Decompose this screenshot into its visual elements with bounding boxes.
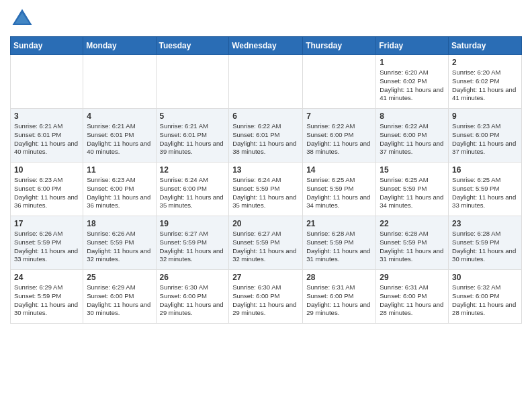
day-number: 14 — [306, 165, 372, 175]
day-info: Sunrise: 6:21 AM Sunset: 6:01 PM Dayligh… — [87, 122, 152, 156]
day-number: 10 — [14, 165, 79, 175]
day-number: 27 — [232, 273, 299, 282]
calendar-cell: 30Sunrise: 6:32 AM Sunset: 6:00 PM Dayli… — [449, 270, 522, 324]
day-info: Sunrise: 6:29 AM Sunset: 5:59 PM Dayligh… — [14, 283, 79, 318]
day-number: 20 — [232, 219, 299, 228]
calendar-cell: 9Sunrise: 6:23 AM Sunset: 6:00 PM Daylig… — [449, 109, 522, 163]
day-info: Sunrise: 6:27 AM Sunset: 5:59 PM Dayligh… — [232, 230, 299, 264]
weekday-header: Thursday — [303, 37, 376, 55]
calendar-week-row: 3Sunrise: 6:21 AM Sunset: 6:01 PM Daylig… — [11, 109, 522, 163]
day-info: Sunrise: 6:23 AM Sunset: 6:00 PM Dayligh… — [14, 176, 79, 210]
header — [10, 7, 522, 31]
weekday-header: Wednesday — [229, 37, 303, 55]
day-info: Sunrise: 6:27 AM Sunset: 5:59 PM Dayligh… — [160, 230, 226, 264]
day-info: Sunrise: 6:20 AM Sunset: 6:02 PM Dayligh… — [380, 68, 445, 103]
day-number: 6 — [232, 111, 299, 121]
day-number: 1 — [380, 58, 445, 67]
calendar-week-row: 17Sunrise: 6:26 AM Sunset: 5:59 PM Dayli… — [11, 216, 522, 270]
day-info: Sunrise: 6:22 AM Sunset: 6:00 PM Dayligh… — [380, 122, 445, 156]
calendar-cell: 3Sunrise: 6:21 AM Sunset: 6:01 PM Daylig… — [11, 109, 83, 163]
day-info: Sunrise: 6:23 AM Sunset: 6:00 PM Dayligh… — [87, 176, 152, 210]
day-info: Sunrise: 6:26 AM Sunset: 5:59 PM Dayligh… — [14, 230, 79, 264]
calendar-cell: 6Sunrise: 6:22 AM Sunset: 6:01 PM Daylig… — [229, 109, 303, 163]
calendar-cell: 17Sunrise: 6:26 AM Sunset: 5:59 PM Dayli… — [11, 216, 83, 270]
day-number: 2 — [452, 58, 518, 67]
logo-icon — [10, 7, 34, 31]
calendar-cell: 13Sunrise: 6:24 AM Sunset: 5:59 PM Dayli… — [229, 163, 303, 216]
calendar-cell: 26Sunrise: 6:30 AM Sunset: 6:00 PM Dayli… — [156, 270, 229, 324]
day-number: 7 — [306, 111, 372, 121]
day-number: 3 — [14, 111, 79, 121]
day-info: Sunrise: 6:28 AM Sunset: 5:59 PM Dayligh… — [306, 230, 372, 264]
day-number: 17 — [14, 219, 79, 228]
day-number: 23 — [452, 219, 518, 228]
calendar-cell: 19Sunrise: 6:27 AM Sunset: 5:59 PM Dayli… — [156, 216, 229, 270]
day-info: Sunrise: 6:25 AM Sunset: 5:59 PM Dayligh… — [452, 176, 518, 210]
calendar-cell: 27Sunrise: 6:30 AM Sunset: 6:00 PM Dayli… — [229, 270, 303, 324]
calendar-cell: 1Sunrise: 6:20 AM Sunset: 6:02 PM Daylig… — [376, 55, 449, 109]
calendar-cell: 23Sunrise: 6:28 AM Sunset: 5:59 PM Dayli… — [449, 216, 522, 270]
weekday-header: Friday — [376, 37, 449, 55]
calendar-cell: 25Sunrise: 6:29 AM Sunset: 6:00 PM Dayli… — [83, 270, 156, 324]
logo — [10, 7, 37, 31]
weekday-header: Saturday — [449, 37, 522, 55]
calendar-cell — [229, 55, 303, 109]
calendar-cell: 10Sunrise: 6:23 AM Sunset: 6:00 PM Dayli… — [11, 163, 83, 216]
calendar-cell: 2Sunrise: 6:20 AM Sunset: 6:02 PM Daylig… — [449, 55, 522, 109]
day-info: Sunrise: 6:21 AM Sunset: 6:01 PM Dayligh… — [160, 122, 226, 156]
day-info: Sunrise: 6:31 AM Sunset: 6:00 PM Dayligh… — [380, 283, 445, 318]
weekday-header: Sunday — [11, 37, 83, 55]
page: SundayMondayTuesdayWednesdayThursdayFrid… — [0, 0, 532, 330]
day-info: Sunrise: 6:24 AM Sunset: 6:00 PM Dayligh… — [160, 176, 226, 210]
calendar-cell: 4Sunrise: 6:21 AM Sunset: 6:01 PM Daylig… — [83, 109, 156, 163]
day-number: 12 — [160, 165, 226, 175]
day-number: 15 — [380, 165, 445, 175]
calendar-cell: 20Sunrise: 6:27 AM Sunset: 5:59 PM Dayli… — [229, 216, 303, 270]
calendar-cell — [11, 55, 83, 109]
day-info: Sunrise: 6:29 AM Sunset: 6:00 PM Dayligh… — [87, 283, 152, 318]
day-info: Sunrise: 6:32 AM Sunset: 6:00 PM Dayligh… — [452, 283, 518, 318]
day-info: Sunrise: 6:28 AM Sunset: 5:59 PM Dayligh… — [452, 230, 518, 264]
day-info: Sunrise: 6:23 AM Sunset: 6:00 PM Dayligh… — [452, 122, 518, 156]
day-number: 21 — [306, 219, 372, 228]
day-number: 13 — [232, 165, 299, 175]
calendar-cell: 28Sunrise: 6:31 AM Sunset: 6:00 PM Dayli… — [303, 270, 376, 324]
day-number: 18 — [87, 219, 152, 228]
calendar-week-row: 10Sunrise: 6:23 AM Sunset: 6:00 PM Dayli… — [11, 163, 522, 216]
calendar-cell: 16Sunrise: 6:25 AM Sunset: 5:59 PM Dayli… — [449, 163, 522, 216]
weekday-header: Monday — [83, 37, 156, 55]
calendar-cell: 11Sunrise: 6:23 AM Sunset: 6:00 PM Dayli… — [83, 163, 156, 216]
calendar-cell: 14Sunrise: 6:25 AM Sunset: 5:59 PM Dayli… — [303, 163, 376, 216]
calendar-cell: 7Sunrise: 6:22 AM Sunset: 6:00 PM Daylig… — [303, 109, 376, 163]
calendar-cell: 5Sunrise: 6:21 AM Sunset: 6:01 PM Daylig… — [156, 109, 229, 163]
calendar-cell: 21Sunrise: 6:28 AM Sunset: 5:59 PM Dayli… — [303, 216, 376, 270]
calendar-cell — [83, 55, 156, 109]
calendar-cell: 22Sunrise: 6:28 AM Sunset: 5:59 PM Dayli… — [376, 216, 449, 270]
day-info: Sunrise: 6:28 AM Sunset: 5:59 PM Dayligh… — [380, 230, 445, 264]
day-number: 9 — [452, 111, 518, 121]
day-info: Sunrise: 6:25 AM Sunset: 5:59 PM Dayligh… — [306, 176, 372, 210]
day-number: 30 — [452, 273, 518, 282]
day-info: Sunrise: 6:20 AM Sunset: 6:02 PM Dayligh… — [452, 68, 518, 103]
day-info: Sunrise: 6:22 AM Sunset: 6:00 PM Dayligh… — [306, 122, 372, 156]
day-number: 16 — [452, 165, 518, 175]
day-number: 5 — [160, 111, 226, 121]
day-info: Sunrise: 6:25 AM Sunset: 5:59 PM Dayligh… — [380, 176, 445, 210]
calendar-cell — [156, 55, 229, 109]
calendar-cell: 12Sunrise: 6:24 AM Sunset: 6:00 PM Dayli… — [156, 163, 229, 216]
day-info: Sunrise: 6:22 AM Sunset: 6:01 PM Dayligh… — [232, 122, 299, 156]
day-number: 8 — [380, 111, 445, 121]
day-number: 29 — [380, 273, 445, 282]
calendar-cell: 24Sunrise: 6:29 AM Sunset: 5:59 PM Dayli… — [11, 270, 83, 324]
weekday-header-row: SundayMondayTuesdayWednesdayThursdayFrid… — [11, 37, 522, 55]
day-info: Sunrise: 6:30 AM Sunset: 6:00 PM Dayligh… — [160, 283, 226, 318]
day-number: 28 — [306, 273, 372, 282]
calendar-cell — [303, 55, 376, 109]
calendar-cell: 18Sunrise: 6:26 AM Sunset: 5:59 PM Dayli… — [83, 216, 156, 270]
day-number: 4 — [87, 111, 152, 121]
weekday-header: Tuesday — [156, 37, 229, 55]
calendar-cell: 15Sunrise: 6:25 AM Sunset: 5:59 PM Dayli… — [376, 163, 449, 216]
day-info: Sunrise: 6:21 AM Sunset: 6:01 PM Dayligh… — [14, 122, 79, 156]
calendar: SundayMondayTuesdayWednesdayThursdayFrid… — [10, 36, 522, 324]
calendar-week-row: 24Sunrise: 6:29 AM Sunset: 5:59 PM Dayli… — [11, 270, 522, 324]
